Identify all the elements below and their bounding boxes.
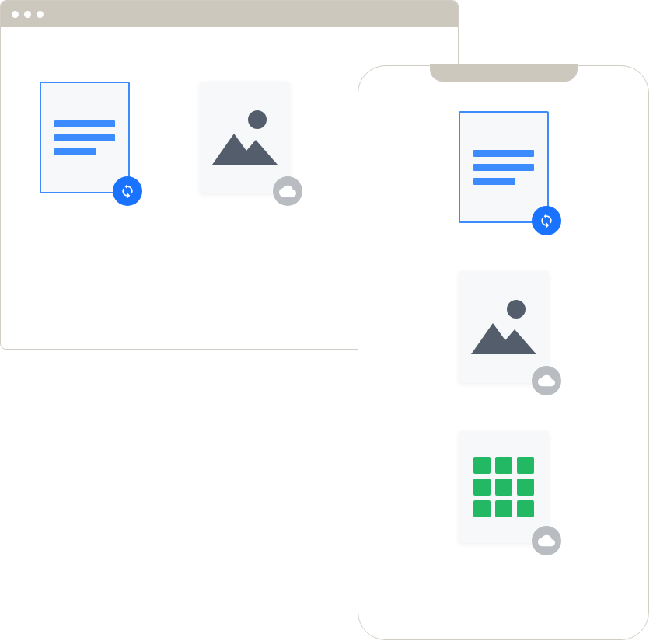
cloud-icon (532, 526, 561, 555)
file-tile-image[interactable] (200, 82, 290, 193)
cloud-icon (273, 176, 302, 206)
browser-titlebar (1, 1, 458, 27)
grid-glyph (473, 457, 534, 517)
spreadsheet-grid-icon (459, 431, 549, 543)
file-tile-document[interactable] (40, 82, 130, 193)
window-control-dot (37, 11, 44, 18)
file-tile-spreadsheet[interactable] (459, 431, 549, 543)
cloud-icon (532, 366, 561, 395)
window-control-dot (12, 11, 19, 18)
document-icon (40, 82, 130, 193)
document-lines (473, 150, 534, 185)
image-sun (507, 300, 526, 319)
image-icon (459, 271, 549, 383)
sync-icon (532, 206, 561, 235)
sync-icon (113, 176, 142, 206)
mobile-notch (430, 64, 578, 82)
window-control-dot (24, 11, 31, 18)
mobile-device-frame (358, 65, 649, 640)
image-glyph (471, 300, 536, 354)
image-mountain (212, 134, 278, 165)
file-tile-document[interactable] (459, 111, 549, 223)
image-mountain (471, 323, 536, 354)
image-icon (200, 82, 290, 193)
mobile-content (358, 66, 648, 543)
file-tile-image[interactable] (459, 271, 549, 383)
image-glyph (212, 110, 278, 165)
image-sun (248, 110, 267, 129)
document-icon (459, 111, 549, 223)
document-lines (54, 120, 115, 155)
